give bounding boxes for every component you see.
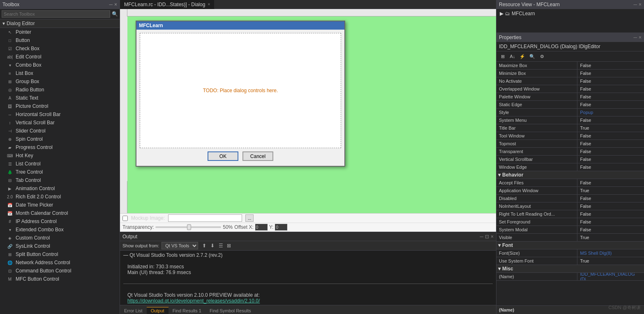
- output-up-icon[interactable]: ⬆: [201, 242, 208, 249]
- toolbox-item-spin-control[interactable]: ⊕Spin Control: [0, 135, 120, 143]
- toolbox-item-date-time-picker[interactable]: 📅Date Time Picker: [0, 201, 120, 209]
- toolbox-item-progress-control[interactable]: ▰Progress Control: [0, 143, 120, 151]
- toolbox-item-horizontal-scroll-bar[interactable]: ↔Horizontal Scroll Bar: [0, 110, 120, 119]
- mockup-checkbox[interactable]: [122, 216, 128, 221]
- tab-close-icon[interactable]: ×: [208, 2, 210, 7]
- offset-x-input[interactable]: [255, 224, 268, 230]
- prop-row[interactable]: Right To Left Reading Ord...False: [496, 210, 644, 218]
- toolbox-item-network-address-control[interactable]: 🌐Network Address Control: [0, 258, 120, 267]
- toolbox-item-edit-control[interactable]: ab|Edit Control: [0, 53, 120, 61]
- tab-error-list[interactable]: Error List: [120, 307, 147, 314]
- toolbox-item-custom-control[interactable]: ◈Custom Control: [0, 234, 120, 242]
- prop-row[interactable]: Set ForegroundFalse: [496, 218, 644, 226]
- close-icon[interactable]: ×: [114, 2, 117, 7]
- prop-row[interactable]: VisibleTrue: [496, 234, 644, 242]
- prop-row[interactable]: DisabledFalse: [496, 195, 644, 202]
- toolbox-item-command-button-control[interactable]: ⊡Command Button Control: [0, 267, 120, 275]
- toolbox-item-button[interactable]: □Button: [0, 36, 120, 44]
- toolbox-item-hot-key[interactable]: ⌨Hot Key: [0, 151, 120, 160]
- prop-row[interactable]: StylePopup: [496, 109, 644, 116]
- offset-y-input[interactable]: [275, 224, 287, 230]
- output-link[interactable]: https://download.qt.io/development_relea…: [127, 298, 260, 304]
- output-down-icon[interactable]: ⬇: [209, 242, 216, 249]
- resource-pin-icon[interactable]: ─: [633, 2, 637, 7]
- transparency-slider[interactable]: [155, 226, 221, 228]
- resource-tree-item[interactable]: ▶ 🗂 MFCLearn: [500, 11, 641, 16]
- toolbox-item-vertical-scroll-bar[interactable]: ↕Vertical Scroll Bar: [0, 119, 120, 127]
- toolbox-item-combo-box[interactable]: ▾Combo Box: [0, 61, 120, 69]
- prop-row[interactable]: No ActivateFalse: [496, 77, 644, 85]
- prop-row[interactable]: Vertical ScrollbarFalse: [496, 156, 644, 163]
- toolbox-item-month-calendar-control[interactable]: 📆Month Calendar Control: [0, 209, 120, 217]
- output-float-icon[interactable]: ⊡: [485, 234, 489, 240]
- prop-row[interactable]: Tool WindowFalse: [496, 132, 644, 140]
- canvas-area[interactable]: MFCLearn TODO: Place dialog controls her…: [127, 16, 496, 213]
- prop-row[interactable]: Title BarTrue: [496, 124, 644, 132]
- pin-icon[interactable]: ─: [109, 2, 113, 7]
- mockup-browse-button[interactable]: ...: [245, 214, 254, 222]
- toolbox-item-tab-control[interactable]: ⊟Tab Control: [0, 176, 120, 184]
- tab-find-symbol[interactable]: Find Symbol Results: [205, 307, 255, 314]
- prop-row[interactable]: TransparentFalse: [496, 148, 644, 156]
- prop-row[interactable]: Overlapped WindowFalse: [496, 85, 644, 93]
- prop-row[interactable]: (Name)IDD_MFCLEARN_DIALOG (Di...: [496, 273, 644, 281]
- output-pin-icon[interactable]: ─: [480, 234, 483, 240]
- toolbox-item-list-box[interactable]: ≡List Box: [0, 69, 120, 77]
- mockup-path-input[interactable]: [168, 214, 242, 222]
- prop-row[interactable]: TopmostFalse: [496, 140, 644, 148]
- prop-row[interactable]: NoInheritLayoutFalse: [496, 202, 644, 210]
- dialog-inner-area[interactable]: TODO: Place dialog controls here.: [140, 33, 341, 148]
- toolbox-item-picture-control[interactable]: 🖼Picture Control: [0, 102, 120, 110]
- search-input[interactable]: [2, 10, 110, 18]
- prop-close-icon[interactable]: ×: [639, 35, 642, 40]
- search-icon[interactable]: 🔍: [112, 11, 118, 17]
- tab-output[interactable]: Output: [147, 307, 169, 314]
- toolbox-item-ip-address-control[interactable]: #IP Address Control: [0, 217, 120, 226]
- prop-browse-btn[interactable]: 🔍: [528, 52, 537, 60]
- cancel-button[interactable]: Cancel: [242, 151, 273, 161]
- toolbox-item-split-button-control[interactable]: ⊞Split Button Control: [0, 250, 120, 258]
- toolbox-item-extended-combo-box[interactable]: ▾Extended Combo Box: [0, 226, 120, 234]
- toolbox-item-slider-control[interactable]: ⊣Slider Control: [0, 127, 120, 135]
- toolbox-item-check-box[interactable]: ☑Check Box: [0, 44, 120, 53]
- prop-name-cell: NoInheritLayout: [496, 202, 577, 210]
- prop-events-btn[interactable]: ⚙: [538, 52, 547, 60]
- toolbox-item-group-box[interactable]: ⊞Group Box: [0, 77, 120, 86]
- toolbox-item-syslink-control[interactable]: 🔗SysLink Control: [0, 242, 120, 250]
- tab-dialog[interactable]: MFCLearn.rc - IDD...States)] - Dialog ×: [120, 0, 215, 9]
- resource-close-icon[interactable]: ×: [639, 2, 642, 7]
- toolbox-item-pointer[interactable]: ↖Pointer: [0, 28, 120, 36]
- prop-property-pages-btn[interactable]: ⚡: [518, 52, 527, 60]
- toolbox-item-tree-control[interactable]: 🌲Tree Control: [0, 168, 120, 176]
- output-source-select[interactable]: Qt VS Tools: [162, 242, 198, 249]
- toolbox-item-list-control[interactable]: ☰List Control: [0, 160, 120, 168]
- toolbox-item-radio-button[interactable]: ◎Radio Button: [0, 86, 120, 94]
- toolbox-item-mfc-button-control[interactable]: MMFC Button Control: [0, 275, 120, 283]
- toolbox-item-static-text[interactable]: AStatic Text: [0, 94, 120, 102]
- prop-section-misc[interactable]: ▾ Misc: [496, 265, 644, 273]
- prop-section-behavior[interactable]: ▾ Behavior: [496, 171, 644, 179]
- prop-row[interactable]: Minimize BoxFalse: [496, 70, 644, 77]
- prop-pin-icon[interactable]: ─: [633, 35, 637, 40]
- prop-row[interactable]: System ModalFalse: [496, 226, 644, 234]
- prop-sort-alpha-btn[interactable]: A↓: [508, 52, 517, 60]
- prop-section-font[interactable]: ▾ Font: [496, 242, 644, 249]
- prop-row[interactable]: Use System FontTrue: [496, 257, 644, 265]
- prop-sort-category-btn[interactable]: ⊞: [498, 52, 507, 60]
- prop-row[interactable]: Application WindowTrue: [496, 187, 644, 195]
- tab-find-results[interactable]: Find Results 1: [169, 307, 205, 314]
- toolbox-item-animation-control[interactable]: ▶Animation Control: [0, 184, 120, 193]
- prop-row[interactable]: Static EdgeFalse: [496, 101, 644, 109]
- prop-row[interactable]: System MenuFalse: [496, 116, 644, 124]
- output-clear-icon[interactable]: ⊠: [225, 242, 233, 249]
- ok-button[interactable]: OK: [208, 151, 238, 161]
- prop-row[interactable]: Accept FilesFalse: [496, 179, 644, 187]
- toolbox-item-rich-edit-2.0-control[interactable]: 2.0Rich Edit 2.0 Control: [0, 193, 120, 201]
- output-list-icon[interactable]: ☰: [217, 242, 224, 249]
- prop-row[interactable]: Window EdgeFalse: [496, 163, 644, 171]
- prop-row[interactable]: Maximize BoxFalse: [496, 62, 644, 70]
- prop-row[interactable]: Palette WindowFalse: [496, 93, 644, 101]
- prop-row[interactable]: Font(Size)MS Shell Dlg(8): [496, 249, 644, 257]
- output-close-icon[interactable]: ×: [491, 234, 494, 240]
- toolbox-section-dialog-editor[interactable]: ▾ Dialog Editor: [0, 19, 120, 28]
